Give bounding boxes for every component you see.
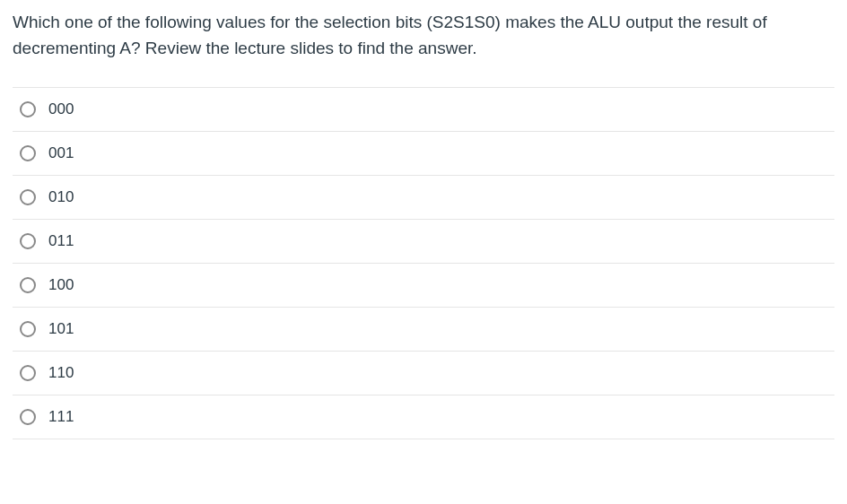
radio-icon xyxy=(20,101,36,117)
radio-icon xyxy=(20,409,36,425)
radio-icon xyxy=(20,321,36,337)
option-label: 010 xyxy=(48,188,74,206)
option-row[interactable]: 100 xyxy=(13,263,834,307)
radio-icon xyxy=(20,277,36,293)
radio-icon xyxy=(20,189,36,205)
question-text: Which one of the following values for th… xyxy=(13,9,834,62)
option-row[interactable]: 010 xyxy=(13,175,834,219)
option-row[interactable]: 011 xyxy=(13,219,834,263)
option-row[interactable]: 101 xyxy=(13,307,834,351)
option-row[interactable]: 111 xyxy=(13,395,834,439)
option-label: 011 xyxy=(48,232,74,250)
radio-icon xyxy=(20,365,36,381)
option-row[interactable]: 110 xyxy=(13,351,834,395)
radio-icon xyxy=(20,233,36,249)
option-label: 000 xyxy=(48,100,74,118)
option-label: 101 xyxy=(48,320,74,338)
option-label: 110 xyxy=(48,364,74,382)
option-label: 111 xyxy=(48,408,74,426)
radio-icon xyxy=(20,145,36,161)
option-row[interactable]: 001 xyxy=(13,131,834,175)
option-label: 001 xyxy=(48,144,74,162)
option-label: 100 xyxy=(48,276,74,294)
option-row[interactable]: 000 xyxy=(13,87,834,131)
options-list: 000 001 010 011 100 101 110 111 xyxy=(13,87,834,439)
